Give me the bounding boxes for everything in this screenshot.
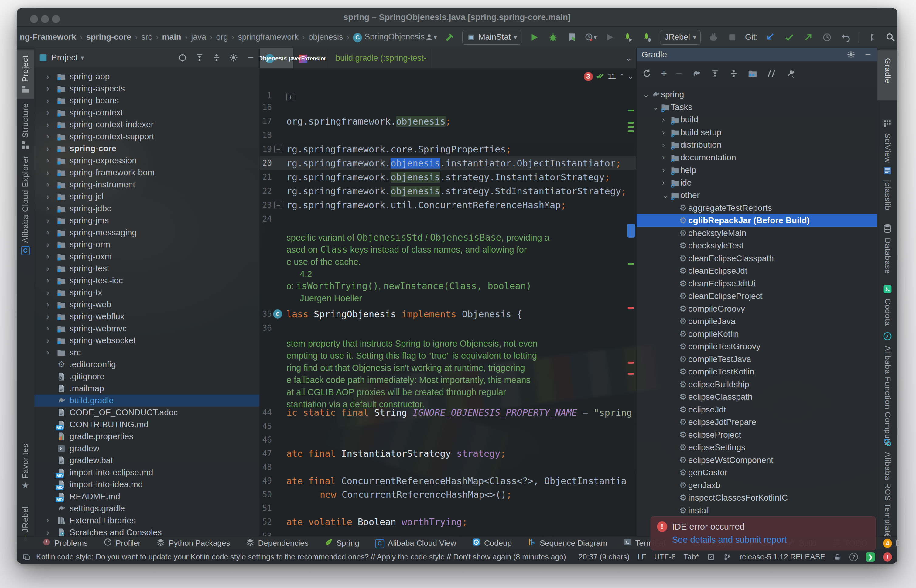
codota-help-icon[interactable]: ? — [850, 553, 858, 561]
collapse-all-icon[interactable] — [212, 53, 221, 62]
project-tree-item[interactable]: ›Scratches and Consoles — [34, 527, 259, 536]
indent-style[interactable]: Tab* — [684, 552, 699, 561]
toolwindow-button-problems[interactable]: Problems — [42, 538, 88, 549]
vcs-added-mark[interactable] — [628, 126, 634, 128]
project-tree-item[interactable]: ›spring-webmvc — [34, 323, 259, 335]
toolwindow-tab-codota[interactable]: Codota — [877, 279, 897, 321]
code-line[interactable]: 24 — [260, 212, 636, 226]
project-tree-item[interactable]: MDCONTRIBUTING.md — [34, 418, 259, 431]
add-configuration-icon[interactable]: + — [661, 68, 667, 79]
chevron-right-icon[interactable]: › — [47, 240, 49, 249]
gradle-tree-item[interactable]: ⌄spring — [637, 88, 877, 101]
toolwindow-button-dependencies[interactable]: Dependencies — [246, 538, 309, 549]
project-tree-item[interactable]: settings.gradle — [34, 502, 259, 515]
vcs-added-mark[interactable] — [628, 122, 634, 124]
git-update-icon[interactable] — [764, 31, 777, 44]
project-tree-item[interactable]: ›spring-context — [34, 107, 259, 119]
gradle-tree-item[interactable]: ⚙eclipseJdtPrepare — [637, 416, 877, 428]
user-icon[interactable]: ▾ — [425, 31, 437, 44]
chevron-right-icon[interactable]: › — [662, 166, 665, 175]
vcs-added-mark[interactable] — [628, 130, 634, 132]
gradle-tree-item[interactable]: ⚙install — [637, 504, 877, 517]
project-tree-item[interactable]: ›spring-context-indexer — [34, 118, 259, 131]
code-line[interactable]: 18 — [260, 128, 636, 142]
code-line[interactable]: 35Class SpringObjenesis implements Objen… — [260, 307, 636, 321]
expand-all-icon[interactable] — [195, 53, 204, 62]
project-tree-item[interactable]: CODE_OF_CONDUCT.adoc — [34, 406, 259, 418]
project-tree-item[interactable]: ›External Libraries — [34, 515, 259, 527]
project-tree-item[interactable]: MDREADME.md — [34, 491, 259, 502]
project-tree-item[interactable]: ›spring-jcl — [34, 191, 259, 203]
fatal-error-badge-icon[interactable]: ! — [883, 552, 892, 562]
toolwindow-button-python-packages[interactable]: Python Packages — [157, 538, 230, 549]
locate-file-icon[interactable] — [178, 53, 187, 62]
close-tab-icon[interactable]: × — [317, 54, 321, 63]
toolwindow-button-event-log[interactable]: 4Event Log — [883, 538, 897, 548]
code-line[interactable]: o: isWorthTrying(), newInstance(Class, b… — [260, 279, 636, 292]
breadcrumb-item[interactable]: ng-Framework — [20, 32, 76, 42]
run-configuration-select[interactable]: MainStat▾ — [462, 30, 522, 45]
next-problem-icon[interactable]: ⌄ — [628, 73, 633, 81]
toolwindow-switcher-icon[interactable] — [22, 553, 31, 561]
toolwindow-tab-alibaba-function-compute[interactable]: Alibaba Function Compute — [877, 326, 897, 428]
code-line[interactable]: 49ate final ConcurrentReferenceHashMap<C… — [260, 474, 636, 488]
code-line[interactable]: 53 — [260, 529, 636, 536]
settings-gear-icon[interactable] — [229, 53, 238, 62]
project-tree-item[interactable]: ›spring-websocket — [34, 334, 259, 347]
chevron-right-icon[interactable]: › — [47, 228, 49, 237]
code-line[interactable]: 22rg.springframework.objenesis.strategy.… — [260, 184, 636, 198]
chevron-right-icon[interactable]: › — [47, 132, 49, 141]
project-tree-item[interactable]: build.gradle — [34, 394, 259, 407]
error-balloon-link[interactable]: See details and submit report — [672, 535, 869, 545]
profiler-icon[interactable]: ▾ — [585, 31, 597, 44]
code-line[interactable]: 23−rg.springframework.util.ConcurrentRef… — [260, 198, 636, 212]
gradle-tree-item[interactable]: ⚙checkstyleMain — [637, 227, 877, 240]
chevron-right-icon[interactable]: › — [47, 216, 49, 225]
gradle-tree-item[interactable]: ⚙cleanEclipseJdt — [637, 265, 877, 277]
code-line[interactable]: Juergen Hoeller — [260, 291, 636, 305]
chevron-right-icon[interactable]: › — [47, 336, 49, 345]
chevron-right-icon[interactable]: › — [47, 120, 49, 129]
error-mark[interactable] — [628, 373, 634, 375]
error-mark[interactable] — [628, 307, 634, 309]
chevron-right-icon[interactable]: › — [47, 312, 49, 321]
project-tree-item[interactable]: ›spring-aspects — [34, 82, 259, 95]
editor-tab[interactable]: SpringObjenesis.java× — [260, 48, 293, 68]
project-tree-item[interactable]: ›spring-beans — [34, 94, 259, 107]
code-line[interactable]: 16 — [260, 100, 636, 114]
project-tree-item[interactable]: ›spring-expression — [34, 155, 259, 167]
vcs-added-mark[interactable] — [628, 110, 634, 111]
gradle-tree-item[interactable]: ⚙eclipseBuildship — [637, 378, 877, 391]
chevron-right-icon[interactable]: › — [662, 115, 665, 124]
gradle-tree-item[interactable]: ⚙cglibRepackJar (Before Build) — [637, 214, 877, 227]
gradle-tree-item[interactable]: ›⚙build — [637, 113, 877, 126]
project-tree-item[interactable]: MDimport-into-eclipse.md — [34, 467, 259, 479]
project-tree-item[interactable]: ›spring-oxm — [34, 250, 259, 263]
code-line[interactable]: 21rg.springframework.objenesis.strategy.… — [260, 170, 636, 184]
toolwindow-tab-alibaba-ros-templates[interactable]: Alibaba ROS Templates — [877, 432, 897, 523]
code-line[interactable]: 20rg.springframework.objenesis.instantia… — [260, 157, 636, 170]
toolwindow-button-spring[interactable]: Spring — [325, 538, 359, 549]
status-message[interactable]: Kotlin code style: Do you want to update… — [36, 552, 566, 561]
code-line[interactable]: at all CGLIB AOP proxies will be created… — [260, 385, 636, 399]
gradle-tree-item[interactable]: ›⚙build setup — [637, 126, 877, 139]
fold-marker-icon[interactable]: − — [274, 145, 282, 153]
code-line[interactable]: 50new ConcurrentReferenceHashMap<>(); — [260, 488, 636, 501]
project-tree-item[interactable]: .gitignore — [34, 370, 259, 383]
debug-icon[interactable] — [547, 31, 559, 44]
toolwindow-button-alibaba-cloud-view[interactable]: CAlibaba Cloud View — [375, 538, 456, 548]
code-line[interactable]: empting to use it. Setting this flag to … — [260, 349, 636, 362]
chevron-right-icon[interactable]: › — [662, 153, 665, 162]
gradle-tree-item[interactable]: ⚙eclipseJdt — [637, 403, 877, 416]
class-gutter-icon[interactable]: C — [273, 310, 282, 318]
lock-icon[interactable] — [833, 553, 842, 561]
history-clock-icon[interactable] — [821, 31, 833, 44]
toolwindow-button-profiler[interactable]: Profiler — [103, 538, 141, 549]
code-line[interactable]: 48 — [260, 460, 636, 474]
chevron-right-icon[interactable]: › — [47, 204, 49, 213]
code-line[interactable]: 44ic static final String IGNORE_OBJENESI… — [260, 406, 636, 419]
chevron-down-icon[interactable]: ⌄ — [643, 90, 649, 99]
project-tree-item[interactable]: ›spring-test — [34, 262, 259, 275]
inspection-widget[interactable]: 3 ✔✔ 11 ⌃ ⌄ — [584, 72, 633, 81]
chevron-right-icon[interactable]: › — [47, 324, 49, 333]
